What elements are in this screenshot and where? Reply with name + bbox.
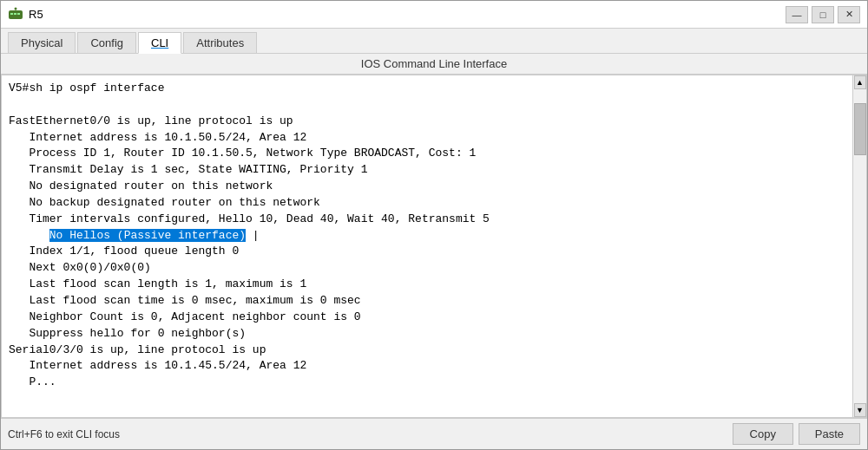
terminal-line-14: Last flood scan time is 0 msec, maximum …	[9, 294, 361, 307]
minimize-button[interactable]: —	[786, 6, 808, 23]
terminal-line-1: V5#sh ip ospf interface	[9, 82, 164, 95]
svg-rect-1	[10, 13, 13, 15]
main-window: R5 — □ ✕ Physical Config CLI Attributes …	[0, 0, 868, 450]
terminal-line-11: Index 1/1, flood queue length 0	[9, 245, 239, 258]
status-hint: Ctrl+F6 to exit CLI focus	[8, 428, 120, 440]
terminal-line-blank	[9, 98, 16, 111]
svg-point-4	[15, 7, 17, 10]
tab-cli[interactable]: CLI	[138, 32, 181, 54]
terminal-output[interactable]: V5#sh ip ospf interface FastEthernet0/0 …	[2, 75, 852, 417]
terminal-line-8: No backup designated router on this netw…	[9, 196, 320, 209]
terminal-line-15: Neighbor Count is 0, Adjacent neighbor c…	[9, 310, 361, 323]
scroll-up-arrow[interactable]: ▲	[854, 75, 866, 89]
terminal-line-17: Serial0/3/0 is up, line protocol is up	[9, 343, 266, 356]
terminal-line-16: Suppress hello for 0 neighbor(s)	[9, 327, 246, 340]
maximize-button[interactable]: □	[812, 6, 834, 23]
terminal-line-5: Process ID 1, Router ID 10.1.50.5, Netwo…	[9, 147, 476, 160]
router-icon	[8, 7, 23, 23]
status-bar: Ctrl+F6 to exit CLI focus Copy Paste	[1, 418, 867, 449]
scroll-thumb[interactable]	[854, 103, 866, 155]
tab-physical[interactable]: Physical	[8, 32, 76, 53]
scroll-down-arrow[interactable]: ▼	[854, 403, 866, 417]
close-button[interactable]: ✕	[838, 6, 860, 23]
window-title: R5	[29, 8, 43, 21]
terminal-line-13: Last flood scan length is 1, maximum is …	[9, 277, 306, 290]
cli-header-label: IOS Command Line Interface	[1, 54, 867, 75]
title-bar-left: R5	[8, 7, 43, 23]
tab-attributes[interactable]: Attributes	[183, 32, 257, 53]
terminal-line-12: Next 0x0(0)/0x0(0)	[9, 261, 151, 274]
title-bar-controls: — □ ✕	[786, 6, 860, 23]
terminal-scrollbar[interactable]: ▲ ▼	[852, 75, 866, 417]
terminal-line-19: P...	[9, 375, 56, 388]
tab-config[interactable]: Config	[77, 32, 136, 53]
terminal-line-9: Timer intervals configured, Hello 10, De…	[9, 212, 490, 225]
terminal-line-4: Internet address is 10.1.50.5/24, Area 1…	[9, 131, 306, 144]
title-bar: R5 — □ ✕	[1, 1, 867, 29]
tab-bar: Physical Config CLI Attributes	[1, 29, 867, 54]
terminal-line-6: Transmit Delay is 1 sec, State WAITING, …	[9, 163, 367, 176]
terminal-line-7: No designated router on this network	[9, 179, 273, 192]
highlight-passive: No Hellos (Passive interface)	[49, 229, 246, 242]
svg-rect-3	[17, 13, 20, 15]
terminal-line-3: FastEthernet0/0 is up, line protocol is …	[9, 114, 293, 127]
terminal-line-18: Internet address is 10.1.45.5/24, Area 1…	[9, 359, 306, 372]
terminal-container[interactable]: V5#sh ip ospf interface FastEthernet0/0 …	[1, 75, 867, 418]
status-buttons: Copy Paste	[733, 423, 860, 445]
terminal-line-10: No Hellos (Passive interface) |	[9, 229, 260, 242]
copy-button[interactable]: Copy	[733, 423, 793, 445]
svg-rect-2	[14, 13, 16, 15]
paste-button[interactable]: Paste	[799, 423, 860, 445]
